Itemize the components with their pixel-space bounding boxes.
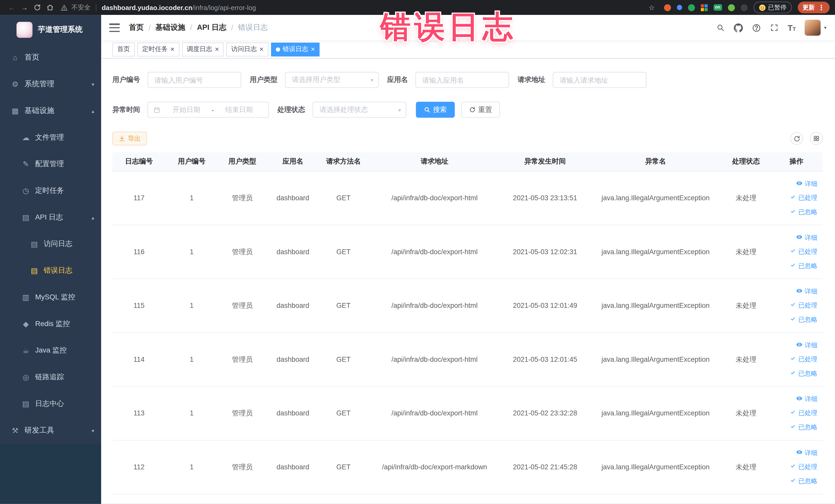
sidebar-item-access-log[interactable]: ▤访问日志	[0, 230, 101, 257]
ignored-link[interactable]: 已忽略	[773, 366, 817, 381]
user-menu[interactable]: ▾	[805, 20, 827, 36]
cell-process-status: 未处理	[722, 386, 770, 440]
detail-link[interactable]: 详细	[773, 284, 817, 298]
exception-time-range-picker[interactable]: 开始日期 - 结束日期	[148, 102, 269, 118]
sidebar-item-system[interactable]: ⚙系统管理▾	[0, 71, 101, 98]
column-settings-button[interactable]	[810, 132, 823, 145]
tab-调度日志[interactable]: 调度日志×	[182, 42, 224, 56]
processed-label: 已处理	[798, 193, 817, 202]
detail-link[interactable]: 详细	[773, 338, 817, 352]
search-button[interactable]: 搜索	[416, 102, 454, 118]
app-title: 芋道管理系统	[38, 25, 82, 34]
export-button[interactable]: 导出	[113, 132, 147, 145]
check-icon	[790, 355, 796, 363]
tab-定时任务[interactable]: 定时任务×	[137, 42, 179, 56]
processed-label: 已处理	[798, 462, 817, 471]
sidebar-item-api-log[interactable]: ▤API 日志▴	[0, 204, 101, 231]
extension-icon[interactable]	[688, 4, 695, 11]
font-size-icon[interactable]: TT	[788, 24, 796, 32]
extension-icon[interactable]	[728, 4, 735, 11]
github-icon[interactable]	[734, 23, 743, 32]
ignored-link[interactable]: 已忽略	[773, 420, 817, 434]
close-icon[interactable]: ×	[215, 46, 219, 53]
check-icon	[790, 194, 796, 202]
cell-exception-time: 2021-05-03 23:13:51	[501, 171, 589, 225]
cell-request-url: /api/infra/db-doc/export-markdown	[368, 440, 501, 494]
processed-link[interactable]: 已处理	[773, 406, 817, 420]
extension-icon[interactable]	[664, 4, 671, 11]
column-header: 用户编号	[166, 152, 218, 171]
breadcrumb-item[interactable]: API 日志	[197, 23, 226, 32]
process-status-select[interactable]: 请选择处理状态 ▾	[313, 102, 406, 118]
sidebar-item-config[interactable]: ✎配置管理	[0, 151, 101, 177]
detail-link[interactable]: 详细	[773, 230, 817, 245]
paused-button[interactable]: 已暂停	[753, 2, 792, 13]
refresh-table-button[interactable]	[790, 132, 803, 145]
processed-link[interactable]: 已处理	[773, 191, 817, 205]
app-logo[interactable]: 芋道管理系统	[0, 15, 101, 44]
tab-访问日志[interactable]: 访问日志×	[226, 42, 268, 56]
home-icon[interactable]	[44, 1, 57, 14]
sidebar-item-job[interactable]: ◷定时任务	[0, 177, 101, 204]
extension-on-badge[interactable]: on	[713, 4, 722, 11]
user-id-input[interactable]	[148, 72, 241, 88]
close-icon[interactable]: ×	[311, 46, 315, 53]
search-icon[interactable]	[716, 23, 725, 32]
cell-exception-time: 2021-05-03 12:01:49	[501, 279, 589, 332]
processed-link[interactable]: 已处理	[773, 460, 817, 474]
bookmark-star-icon[interactable]: ☆	[645, 1, 658, 14]
detail-link[interactable]: 详细	[773, 392, 817, 406]
sidebar-item-log-center[interactable]: ▤日志中心	[0, 390, 101, 417]
processed-link[interactable]: 已处理	[773, 245, 817, 259]
detail-link[interactable]: 详细	[773, 177, 817, 191]
sidebar-item-redis[interactable]: ◆Redis 监控	[0, 310, 101, 337]
extension-icon[interactable]	[677, 5, 682, 10]
sidebar-item-home[interactable]: ⌂首页	[0, 44, 101, 71]
sidebar-item-java[interactable]: ☕Java 监控	[0, 337, 101, 364]
update-button[interactable]: 更新 ⋮	[798, 2, 830, 13]
extension-icon[interactable]	[740, 4, 748, 11]
tab-错误日志[interactable]: 错误日志×	[271, 42, 320, 56]
sidebar-item-trace[interactable]: ◎链路追踪	[0, 364, 101, 390]
app-name-input[interactable]	[415, 72, 509, 88]
cell-exception-time: 2021-05-02 23:32:28	[501, 386, 589, 440]
back-icon[interactable]: ←	[5, 1, 18, 14]
breadcrumb-item[interactable]: 首页	[129, 23, 144, 32]
eye-icon	[796, 341, 803, 349]
reset-button[interactable]: 重置	[461, 102, 500, 118]
close-icon[interactable]: ×	[170, 46, 175, 53]
user-type-select[interactable]: 请选择用户类型 ▾	[285, 72, 379, 88]
extension-icon[interactable]	[701, 4, 708, 11]
help-icon[interactable]	[752, 23, 761, 32]
hamburger-icon[interactable]	[109, 23, 120, 32]
ignored-link[interactable]: 已忽略	[773, 474, 817, 488]
sidebar-item-infra[interactable]: ▦基础设施▴	[0, 98, 101, 124]
cell-app-name: dashboard	[267, 386, 319, 440]
tab-首页[interactable]: 首页	[113, 42, 135, 56]
chevron-down-icon: ▾	[91, 427, 94, 434]
ignored-link[interactable]: 已忽略	[773, 313, 817, 327]
processed-link[interactable]: 已处理	[773, 298, 817, 313]
breadcrumb-item-current: 错误日志	[238, 23, 268, 32]
sidebar-item-file[interactable]: ☁文件管理	[0, 124, 101, 151]
processed-link[interactable]: 已处理	[773, 352, 817, 366]
forward-icon[interactable]: →	[18, 1, 31, 14]
cell-exception-name: java.lang.IllegalArgumentException	[589, 279, 722, 332]
browser-chrome: ← → 不安全 dashboard.yudao.iocoder.cn/infra…	[0, 0, 835, 15]
end-date-placeholder: 结束日期	[215, 105, 263, 115]
gear-icon: ⚙	[11, 80, 20, 88]
address-bar[interactable]: 不安全 dashboard.yudao.iocoder.cn/infra/log…	[61, 3, 645, 12]
breadcrumb-item[interactable]: 基础设施	[156, 23, 185, 32]
eye-icon	[796, 180, 803, 188]
sidebar-item-error-log[interactable]: ▤错误日志	[0, 257, 101, 284]
request-url-input[interactable]	[553, 72, 646, 88]
close-icon[interactable]: ×	[260, 46, 264, 53]
ignored-link[interactable]: 已忽略	[773, 259, 817, 273]
column-header: 请求方法名	[319, 152, 368, 171]
fullscreen-icon[interactable]	[770, 23, 778, 32]
sidebar-item-mysql[interactable]: ▥MySQL 监控	[0, 284, 101, 311]
reload-icon[interactable]	[31, 1, 44, 14]
detail-link[interactable]: 详细	[773, 446, 817, 460]
ignored-link[interactable]: 已忽略	[773, 205, 817, 219]
sidebar-item-devtools[interactable]: ⚒研发工具▾	[0, 417, 101, 444]
